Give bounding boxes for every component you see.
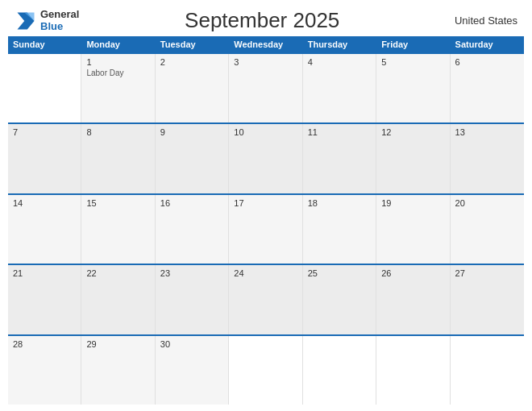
calendar-cell (451, 336, 524, 405)
calendar-cell: 18 (303, 195, 376, 264)
calendar-cell: 22 (81, 265, 155, 334)
calendar-cell: 28 (8, 336, 81, 405)
weeks: 1Labor Day234567891011121314151617181920… (8, 52, 524, 405)
calendar-cell: 4 (303, 54, 376, 122)
calendar-cell: 7 (8, 124, 81, 193)
cell-date: 6 (455, 57, 519, 67)
calendar-cell: 1Labor Day (81, 54, 155, 122)
logo-icon (15, 10, 37, 32)
day-header-monday: Monday (81, 36, 155, 52)
cell-date: 7 (13, 127, 76, 137)
cell-date: 21 (13, 268, 76, 278)
cell-date: 24 (234, 268, 297, 278)
calendar-cell: 29 (81, 336, 155, 405)
calendar-cell: 9 (156, 124, 229, 193)
cell-date: 27 (455, 268, 519, 278)
cell-date: 16 (160, 198, 223, 208)
logo-text: General Blue (40, 9, 79, 32)
cell-date: 28 (13, 339, 76, 349)
calendar-cell: 24 (229, 265, 302, 334)
calendar-cell: 16 (156, 195, 229, 264)
cell-date: 18 (308, 198, 371, 208)
day-header-tuesday: Tuesday (156, 36, 229, 52)
day-header-friday: Friday (376, 36, 450, 52)
day-header-thursday: Thursday (303, 36, 376, 52)
cell-event: Labor Day (86, 68, 149, 77)
calendar-cell (8, 54, 81, 122)
calendar-cell: 6 (451, 54, 524, 122)
month-title: September 2025 (79, 8, 445, 33)
calendar-cell (376, 336, 450, 405)
calendar-cell: 19 (376, 195, 450, 264)
week-2: 78910111213 (8, 122, 524, 193)
cell-date: 4 (308, 57, 371, 67)
logo-general: General (40, 8, 79, 20)
country-label: United States (445, 15, 517, 27)
week-1: 1Labor Day23456 (8, 52, 524, 122)
cell-date: 2 (160, 57, 223, 67)
cell-date: 25 (308, 268, 371, 278)
cell-date: 14 (13, 198, 76, 208)
cell-date: 8 (86, 127, 149, 137)
cell-date: 1 (86, 57, 149, 67)
cell-date: 12 (381, 127, 444, 137)
calendar-cell: 30 (156, 336, 229, 405)
cell-date: 22 (86, 268, 149, 278)
calendar-cell: 12 (376, 124, 450, 193)
cell-date: 3 (234, 57, 297, 67)
cell-date: 17 (234, 198, 297, 208)
logo: General Blue (15, 9, 79, 32)
cell-date: 9 (160, 127, 223, 137)
day-header-wednesday: Wednesday (229, 36, 302, 52)
week-3: 14151617181920 (8, 193, 524, 264)
calendar-cell: 8 (81, 124, 155, 193)
cell-date: 13 (455, 127, 519, 137)
calendar-cell: 14 (8, 195, 81, 264)
cell-date: 15 (86, 198, 149, 208)
calendar-cell (229, 336, 302, 405)
day-header-saturday: Saturday (451, 36, 524, 52)
cell-date: 19 (381, 198, 444, 208)
header: General Blue September 2025 United State… (0, 0, 532, 36)
calendar-cell: 13 (451, 124, 524, 193)
calendar-cell: 10 (229, 124, 302, 193)
cell-date: 10 (234, 127, 297, 137)
cell-date: 20 (455, 198, 519, 208)
calendar-cell: 20 (451, 195, 524, 264)
calendar-cell: 26 (376, 265, 450, 334)
calendar-cell: 25 (303, 265, 376, 334)
cell-date: 23 (160, 268, 223, 278)
cell-date: 11 (308, 127, 371, 137)
calendar-cell: 11 (303, 124, 376, 193)
calendar-cell: 27 (451, 265, 524, 334)
calendar-cell: 17 (229, 195, 302, 264)
calendar-cell: 5 (376, 54, 450, 122)
cell-date: 5 (381, 57, 444, 67)
logo-blue: Blue (40, 20, 63, 32)
cell-date: 29 (86, 339, 149, 349)
calendar-cell: 3 (229, 54, 302, 122)
cell-date: 26 (381, 268, 444, 278)
calendar-page: General Blue September 2025 United State… (0, 0, 532, 411)
calendar-cell: 2 (156, 54, 229, 122)
calendar: Sunday Monday Tuesday Wednesday Thursday… (8, 36, 524, 405)
calendar-cell: 23 (156, 265, 229, 334)
week-5: 282930 (8, 334, 524, 405)
calendar-cell (303, 336, 376, 405)
calendar-cell: 15 (81, 195, 155, 264)
day-header-sunday: Sunday (8, 36, 81, 52)
cell-date: 30 (160, 339, 223, 349)
week-4: 21222324252627 (8, 264, 524, 334)
calendar-cell: 21 (8, 265, 81, 334)
day-headers: Sunday Monday Tuesday Wednesday Thursday… (8, 36, 524, 52)
